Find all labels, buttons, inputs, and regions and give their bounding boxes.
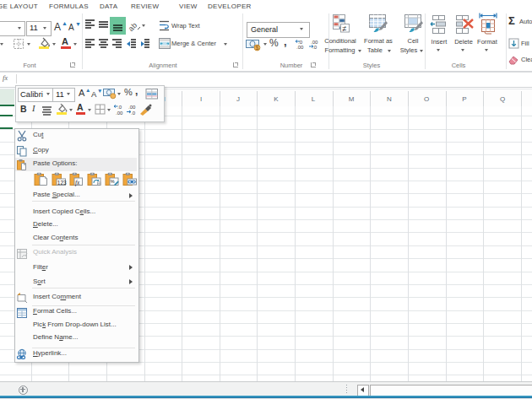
svg-text:.00: .00	[296, 45, 304, 50]
svg-text:123: 123	[57, 180, 66, 186]
svg-text:%: %	[110, 179, 114, 184]
svg-text:$: $	[256, 45, 259, 51]
svg-text:.0: .0	[131, 111, 136, 116]
svg-text:≠: ≠	[343, 24, 347, 33]
svg-text:.00: .00	[128, 105, 136, 110]
svg-text:ab: ab	[128, 21, 138, 32]
svg-text:.0: .0	[117, 105, 122, 110]
svg-text:fx: fx	[75, 179, 80, 186]
svg-text:.00: .00	[116, 111, 123, 116]
